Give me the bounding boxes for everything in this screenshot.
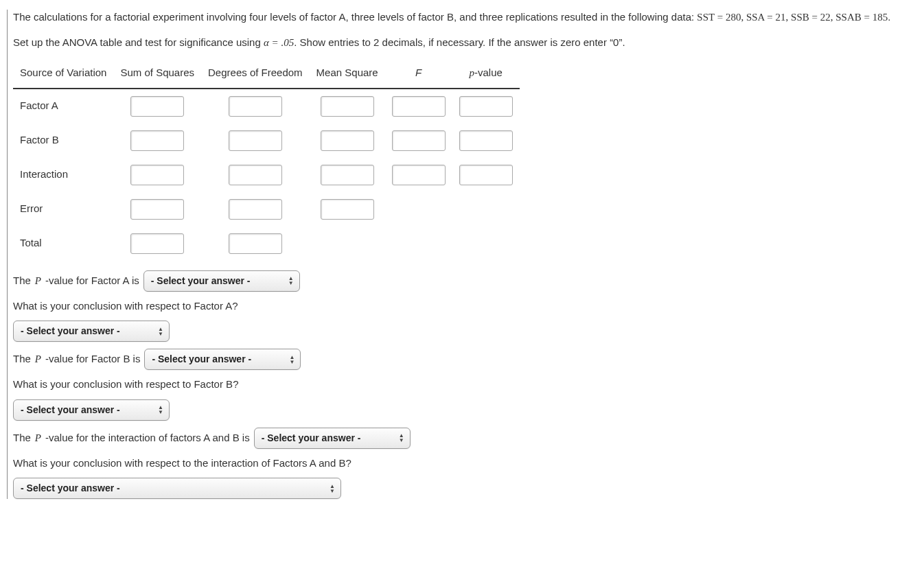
- col-ss: Sum of Squares: [113, 60, 201, 89]
- col-df: Degrees of Freedom: [201, 60, 310, 89]
- input-b-f[interactable]: [392, 130, 446, 151]
- input-int-ss[interactable]: [130, 165, 184, 185]
- input-err-ss[interactable]: [130, 199, 184, 220]
- question-container: The calculations for a factorial experim…: [7, 10, 924, 499]
- p-letter-b: P: [35, 351, 41, 367]
- select-pvalue-int-label: - Select your answer -: [262, 431, 392, 445]
- question-conclusion-b-text: What is your conclusion with respect to …: [13, 377, 924, 393]
- text-pB-mid: -value for Factor B is: [45, 351, 140, 367]
- label-error: Error: [13, 192, 113, 226]
- select-conclusion-int-label: - Select your answer -: [21, 481, 323, 496]
- text-pA-pre: The: [13, 273, 31, 289]
- intro-paragraph-1: The calculations for a factorial experim…: [13, 10, 924, 25]
- anova-header-row: Source of Variation Sum of Squares Degre…: [13, 60, 520, 89]
- input-tot-ss[interactable]: [130, 233, 184, 254]
- input-int-p[interactable]: [459, 165, 513, 185]
- text-pInt-mid: -value for the interaction of factors A …: [45, 430, 250, 446]
- select-conclusion-b-label: - Select your answer -: [21, 403, 151, 417]
- stepper-icon: ▲▼: [158, 405, 163, 415]
- anova-table: Source of Variation Sum of Squares Degre…: [13, 60, 520, 261]
- intro-text-1-post: .: [888, 11, 890, 23]
- input-b-p[interactable]: [459, 130, 513, 151]
- stepper-icon: ▲▼: [288, 276, 294, 286]
- select-conclusion-a-label: - Select your answer -: [21, 324, 151, 338]
- row-total: Total: [13, 226, 520, 261]
- question-conclusion-a-text: What is your conclusion with respect to …: [13, 299, 924, 314]
- stepper-icon: ▲▼: [330, 484, 335, 493]
- input-a-f[interactable]: [392, 96, 446, 117]
- select-pvalue-a-label: - Select your answer -: [151, 274, 281, 288]
- input-tot-df[interactable]: [229, 233, 282, 254]
- question-conclusion-b: - Select your answer - ▲▼: [13, 399, 924, 421]
- col-source: Source of Variation: [13, 60, 113, 89]
- select-conclusion-int[interactable]: - Select your answer - ▲▼: [13, 478, 341, 499]
- row-interaction: Interaction: [13, 158, 520, 192]
- col-f: F: [385, 60, 452, 89]
- intro-equation: SST = 280, SSA = 21, SSB = 22, SSAB = 18…: [697, 12, 888, 23]
- intro-text-1: The calculations for a factorial experim…: [13, 11, 697, 23]
- intro-text-2-pre: Set up the ANOVA table and test for sign…: [13, 36, 264, 48]
- input-b-ms[interactable]: [321, 130, 374, 151]
- input-b-ss[interactable]: [130, 130, 184, 151]
- label-factor-b: Factor B: [13, 124, 113, 158]
- select-pvalue-int[interactable]: - Select your answer - ▲▼: [254, 428, 411, 449]
- row-factor-b: Factor B: [13, 124, 520, 158]
- row-error: Error: [13, 192, 520, 226]
- intro-text-2-post: . Show entries to 2 decimals, if necessa…: [294, 36, 625, 48]
- p-letter-a: P: [35, 273, 41, 289]
- row-factor-a: Factor A: [13, 89, 520, 124]
- input-int-df[interactable]: [229, 165, 282, 185]
- col-f-label: F: [415, 67, 421, 78]
- select-conclusion-b[interactable]: - Select your answer - ▲▼: [13, 399, 170, 421]
- input-a-df[interactable]: [229, 96, 282, 117]
- select-conclusion-a[interactable]: - Select your answer - ▲▼: [13, 321, 170, 342]
- label-interaction: Interaction: [13, 158, 113, 192]
- select-pvalue-b-label: - Select your answer -: [152, 352, 282, 366]
- stepper-icon: ▲▼: [158, 327, 163, 336]
- label-total: Total: [13, 226, 113, 261]
- question-pvalue-b: The P-value for Factor B is - Select you…: [13, 349, 924, 370]
- p-italic: p: [469, 67, 474, 78]
- input-err-df[interactable]: [229, 199, 282, 220]
- text-pB-pre: The: [13, 351, 31, 367]
- col-pvalue: p-value: [452, 60, 520, 89]
- alpha-expression: α = .05: [264, 37, 294, 48]
- p-letter-int: P: [35, 430, 41, 446]
- select-pvalue-a[interactable]: - Select your answer - ▲▼: [143, 270, 300, 292]
- stepper-icon: ▲▼: [399, 433, 404, 443]
- input-int-ms[interactable]: [321, 165, 374, 185]
- input-a-ms[interactable]: [321, 96, 374, 117]
- col-ms: Mean Square: [310, 60, 385, 89]
- input-b-df[interactable]: [229, 130, 282, 151]
- input-a-ss[interactable]: [130, 96, 184, 117]
- label-factor-a: Factor A: [13, 89, 113, 124]
- question-conclusion-a: - Select your answer - ▲▼: [13, 321, 924, 342]
- input-err-ms[interactable]: [321, 199, 374, 220]
- question-conclusion-int-text: What is your conclusion with respect to …: [13, 456, 924, 472]
- question-conclusion-int: - Select your answer - ▲▼: [13, 478, 924, 499]
- input-int-f[interactable]: [392, 165, 446, 185]
- intro-paragraph-2: Set up the ANOVA table and test for sign…: [13, 35, 924, 51]
- question-pvalue-a: The P-value for Factor A is - Select you…: [13, 270, 924, 292]
- question-pvalue-int: The P-value for the interaction of facto…: [13, 428, 924, 449]
- stepper-icon: ▲▼: [289, 355, 294, 364]
- select-pvalue-b[interactable]: - Select your answer - ▲▼: [144, 349, 301, 370]
- text-pInt-pre: The: [13, 430, 31, 446]
- text-pA-mid: -value for Factor A is: [45, 273, 139, 289]
- input-a-p[interactable]: [459, 96, 513, 117]
